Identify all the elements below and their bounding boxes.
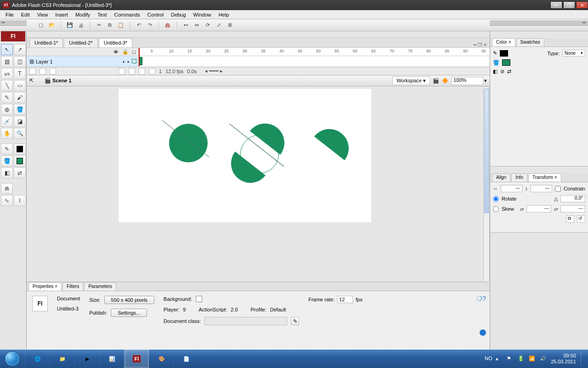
color-tab[interactable]: Color ×: [492, 38, 515, 46]
fill-color-tool[interactable]: 🪣: [1, 155, 13, 167]
workspace-menu[interactable]: Workspace ▾: [392, 76, 430, 85]
cut-icon[interactable]: ✂: [95, 21, 103, 29]
docclass-edit-icon[interactable]: ✎: [291, 317, 299, 325]
swatches-tab[interactable]: Swatches: [516, 38, 544, 46]
show-desktop[interactable]: [581, 351, 584, 366]
color-pencil-icon[interactable]: ✎: [493, 50, 497, 56]
stroke-swatch[interactable]: [14, 144, 26, 155]
menu-control[interactable]: Control: [144, 11, 167, 18]
lock-icon[interactable]: 🔒: [122, 49, 129, 55]
new-icon[interactable]: ▢: [37, 21, 45, 29]
timeline-track[interactable]: [139, 56, 490, 66]
framerate-input[interactable]: 12: [337, 296, 353, 303]
straighten-option-icon[interactable]: ⌇: [14, 195, 26, 206]
menu-commands[interactable]: Commands: [110, 11, 143, 18]
maximize-button[interactable]: ❐: [563, 1, 575, 9]
align-tab[interactable]: Align: [492, 173, 510, 182]
eyedropper-tool[interactable]: 💉: [1, 116, 13, 127]
menu-window[interactable]: Window: [190, 11, 215, 18]
transform-tab[interactable]: Transform ×: [528, 173, 561, 182]
open-icon[interactable]: 📂: [48, 21, 56, 29]
stroke-color-swatch[interactable]: [500, 50, 508, 57]
selection-tool[interactable]: ↖: [1, 44, 13, 55]
tray-clock[interactable]: 09:50 25.03.2011: [551, 353, 576, 365]
task-powerpoint[interactable]: 📊: [99, 350, 124, 368]
rotate-value[interactable]: 0.0°: [560, 195, 585, 202]
menu-view[interactable]: View: [34, 11, 52, 18]
zoom-combo[interactable]: 100%: [451, 77, 483, 85]
left-panel-collapse[interactable]: ◂◂: [0, 20, 27, 26]
accessibility-icon[interactable]: [480, 329, 486, 336]
new-folder-icon[interactable]: [40, 68, 46, 75]
lasso-tool[interactable]: ᔕ: [1, 68, 13, 79]
save-icon[interactable]: 💾: [66, 21, 74, 29]
onion-skin-icon[interactable]: [119, 68, 125, 75]
menu-insert[interactable]: Insert: [51, 11, 72, 18]
snap-magnet-icon[interactable]: ⋒: [164, 21, 172, 29]
redo-icon[interactable]: ↷: [146, 21, 154, 29]
paint-bucket-tool[interactable]: 🪣: [14, 104, 26, 115]
timeline-hscroll[interactable]: ◂ ━━━ ▸: [205, 68, 223, 74]
subselect-tool[interactable]: ↗: [14, 44, 26, 55]
color-bw-icon[interactable]: ◧: [493, 69, 498, 75]
snap-option-icon[interactable]: ⋒: [1, 183, 13, 194]
doc-tab-2[interactable]: Untitled-3*: [99, 38, 132, 47]
playhead[interactable]: [139, 48, 140, 66]
hand-tool[interactable]: ✋: [1, 128, 13, 139]
stroke-color-tool[interactable]: ✎: [1, 144, 13, 155]
transform-reset-icon[interactable]: ↺: [577, 215, 585, 223]
task-paint[interactable]: 🎨: [149, 350, 174, 368]
size-button[interactable]: 550 x 400 pixels: [104, 296, 155, 304]
scale-icon[interactable]: ⤢: [215, 21, 223, 29]
start-button[interactable]: [0, 350, 25, 368]
line-tool[interactable]: ╲: [1, 80, 13, 91]
black-white-tool[interactable]: ◧: [1, 167, 13, 178]
doc-tab-1[interactable]: Untitled-2*: [64, 38, 97, 47]
rectangle-tool[interactable]: ▭: [14, 80, 26, 91]
menu-edit[interactable]: Edit: [17, 11, 34, 18]
pencil-tool[interactable]: ✎: [1, 92, 13, 103]
tray-flag-icon[interactable]: ⚑: [507, 356, 513, 362]
menu-help[interactable]: Help: [215, 11, 233, 18]
rotate-radio[interactable]: [493, 196, 499, 202]
edit-multiple-icon[interactable]: [139, 68, 145, 75]
swap-colors-tool[interactable]: ⇄: [14, 167, 26, 178]
align-icon[interactable]: ≣: [226, 21, 234, 29]
outline-icon[interactable]: □: [132, 49, 136, 55]
color-type-select[interactable]: None: [562, 50, 585, 57]
fill-swatch[interactable]: [14, 155, 26, 167]
skew-h-value[interactable]: ---: [526, 205, 551, 213]
delete-layer-icon[interactable]: [50, 68, 56, 75]
doc-area-collapse[interactable]: [27, 31, 490, 38]
zoom-tool[interactable]: 🔍: [14, 128, 26, 139]
onion-outline-icon[interactable]: [129, 68, 135, 75]
copy-icon[interactable]: ⧉: [106, 21, 114, 29]
tray-lang[interactable]: NO: [485, 356, 491, 362]
fill-color-swatch[interactable]: [502, 59, 510, 66]
transform-width[interactable]: ---: [501, 185, 522, 192]
menu-text[interactable]: Text: [94, 11, 110, 18]
right-panel-collapse[interactable]: ▸▸: [490, 20, 588, 26]
task-ie[interactable]: 🌐: [25, 350, 50, 368]
center-frame-icon[interactable]: [149, 68, 155, 75]
menu-debug[interactable]: Debug: [167, 11, 189, 18]
help-icon[interactable]: ❍?: [476, 295, 486, 302]
filters-tab[interactable]: Filters: [62, 282, 83, 291]
zoom-dropdown-icon[interactable]: ▾: [484, 78, 487, 84]
task-media[interactable]: ▶: [74, 350, 99, 368]
menu-file[interactable]: File: [2, 11, 17, 18]
minimize-button[interactable]: ━: [550, 1, 562, 9]
transform-copy-icon[interactable]: ⧉: [566, 215, 574, 223]
new-layer-icon[interactable]: [29, 68, 36, 75]
tray-up-icon[interactable]: ▴: [496, 356, 502, 362]
menu-modify[interactable]: Modify: [72, 11, 94, 18]
smooth-option-icon[interactable]: ∿: [1, 195, 13, 206]
constrain-checkbox[interactable]: [555, 186, 561, 192]
paste-icon[interactable]: 📋: [117, 21, 125, 29]
eraser-tool[interactable]: ◪: [14, 116, 26, 127]
layer-row[interactable]: ▥ Layer 1 ••: [27, 56, 138, 67]
shape-half-lone[interactable]: [314, 121, 356, 161]
align-center-icon[interactable]: ⇔: [192, 21, 201, 29]
info-tab[interactable]: Info: [511, 173, 527, 182]
brush-tool[interactable]: 🖌: [14, 92, 26, 103]
